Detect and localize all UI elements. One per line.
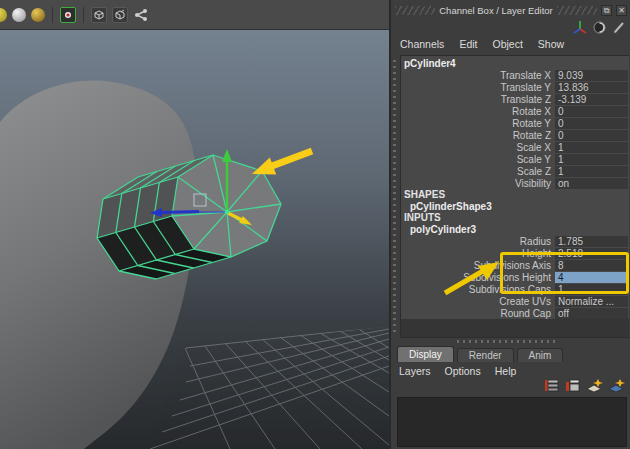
layer-editor-menubar: LayersOptionsHelp [395, 362, 629, 377]
channel-value-field[interactable]: Normalize ... [555, 296, 628, 307]
channel-section[interactable]: INPUTS [401, 212, 629, 223]
viewport-canvas[interactable] [0, 30, 389, 449]
channel-value-field[interactable]: 13.836 [555, 82, 628, 93]
layer-editor: DisplayRenderAnim LayersOptionsHelp [395, 346, 629, 449]
channel-row: Round Capoff [401, 307, 629, 319]
channel-value-field[interactable]: 1 [555, 142, 628, 153]
maya-window: Channel Box / Layer Editor ⧉ ✕ ChannelsE… [0, 0, 630, 449]
tab-render[interactable]: Render [457, 348, 514, 362]
channel-label: Translate Z [401, 94, 551, 105]
channel-object[interactable]: pCylinder4 [401, 57, 629, 69]
ground-grid [150, 326, 389, 449]
channel-row: Scale Y1 [401, 153, 629, 165]
titlebar-grip[interactable] [557, 6, 597, 15]
tab-display[interactable]: Display [397, 346, 454, 362]
channel-value-field[interactable]: 8 [555, 260, 628, 271]
channel-label: Scale Y [401, 154, 551, 165]
channelbox-option-icons [572, 20, 625, 34]
channel-object[interactable]: polyCylinder3 [401, 223, 629, 235]
channel-row: Rotate Z0 [401, 129, 629, 141]
channel-value-field[interactable]: 1.785 [555, 236, 628, 247]
pivot-point [225, 210, 229, 214]
float-window-icon[interactable]: ⧉ [601, 5, 612, 16]
x-axis-arrow[interactable] [161, 212, 199, 213]
channel-value-field[interactable]: 0 [555, 106, 628, 117]
channel-value-field[interactable]: 0 [555, 118, 628, 129]
menu-layers[interactable]: Layers [399, 365, 431, 377]
channel-label: Round Cap [401, 308, 551, 319]
toolbar-separator [52, 7, 53, 23]
sphere-yellow-icon[interactable] [0, 8, 7, 22]
layer-save-icon[interactable] [586, 378, 603, 393]
menu-options[interactable]: Options [445, 365, 481, 377]
menu-object[interactable]: Object [492, 38, 522, 50]
channel-label: Rotate Y [401, 118, 551, 129]
channelbox-menubar: ChannelsEditObjectShow [400, 38, 564, 50]
viewport-toolbar [0, 0, 389, 30]
sphere-gold-icon[interactable] [31, 8, 45, 22]
close-icon[interactable]: ✕ [616, 5, 627, 16]
channel-value-field[interactable]: 4 [555, 272, 628, 283]
cube-icon[interactable] [91, 7, 107, 23]
channel-value-field[interactable]: 0 [555, 130, 628, 141]
speed-control-icon[interactable] [593, 21, 606, 34]
pencil-icon[interactable] [612, 21, 625, 34]
channel-row: Rotate X0 [401, 105, 629, 117]
channel-value-field[interactable]: on [555, 178, 628, 189]
menu-help[interactable]: Help [495, 365, 517, 377]
channel-value-field[interactable]: 1 [555, 154, 628, 165]
tab-anim[interactable]: Anim [517, 348, 564, 362]
sphere-white-icon[interactable] [12, 8, 26, 22]
channel-label: Rotate X [401, 106, 551, 117]
panel-drag-handle-vertical[interactable] [393, 60, 396, 336]
snap-highlight-icon[interactable] [60, 7, 76, 23]
cube-copy-icon[interactable] [112, 7, 128, 23]
channel-object[interactable]: pCylinderShape3 [401, 200, 629, 212]
layer-new-from-selected-icon[interactable] [565, 378, 581, 393]
layer-editor-icons [395, 377, 629, 394]
channel-value-field[interactable]: 1 [555, 284, 628, 295]
panel-title: Channel Box / Layer Editor [439, 5, 553, 16]
channel-row: Translate Z-3.139 [401, 93, 629, 105]
toolbar-separator [83, 7, 84, 23]
menu-edit[interactable]: Edit [459, 38, 477, 50]
channel-row: Create UVsNormalize ... [401, 295, 629, 307]
channel-area: pCylinder4Translate X9.039Translate Y13.… [400, 55, 629, 338]
channel-value-field[interactable]: 2.518 [555, 248, 628, 259]
channel-row: Subdivisions Axis8 [401, 259, 629, 271]
channel-row: Subdivisions Caps1 [401, 283, 629, 295]
channel-label: Visibility [401, 178, 551, 189]
panel-drag-handle-horizontal[interactable] [457, 340, 557, 343]
connections-icon[interactable] [133, 7, 149, 23]
channel-row: Translate X9.039 [401, 69, 629, 81]
scene-graphics [0, 30, 389, 449]
channel-row: Subdivisions Height4 [401, 271, 629, 283]
axis-tripod-icon[interactable] [572, 20, 587, 34]
channel-row: Height2.518 [401, 247, 629, 259]
channel-value-field[interactable]: off [555, 308, 628, 319]
menu-channels[interactable]: Channels [400, 38, 444, 50]
layers-list[interactable] [397, 397, 627, 447]
channel-value-field[interactable]: -3.139 [555, 94, 628, 105]
menu-show[interactable]: Show [538, 38, 564, 50]
annotation-arrow-viewport [252, 151, 312, 174]
channel-row: Scale X1 [401, 141, 629, 153]
titlebar-grip[interactable] [395, 6, 435, 15]
channel-label: Translate Y [401, 82, 551, 93]
channel-row: Radius1.785 [401, 235, 629, 247]
layer-anim-icon[interactable] [608, 378, 625, 393]
channel-label: Scale Z [401, 166, 551, 177]
viewport-panel [0, 0, 389, 449]
channel-section[interactable]: SHAPES [401, 189, 629, 200]
layer-stack-icon[interactable] [544, 378, 560, 393]
channel-value-field[interactable]: 9.039 [555, 70, 628, 81]
channel-row: Visibilityon [401, 177, 629, 189]
channel-row: Scale Z1 [401, 165, 629, 177]
panel-titlebar[interactable]: Channel Box / Layer Editor ⧉ ✕ [395, 3, 627, 18]
channel-value-field[interactable]: 1 [555, 166, 628, 177]
channel-rows: pCylinder4Translate X9.039Translate Y13.… [401, 56, 629, 319]
channel-label: Radius [401, 236, 551, 247]
channel-label: Translate X [401, 70, 551, 81]
layer-editor-tabs: DisplayRenderAnim [395, 346, 629, 362]
channel-label: Scale X [401, 142, 551, 153]
